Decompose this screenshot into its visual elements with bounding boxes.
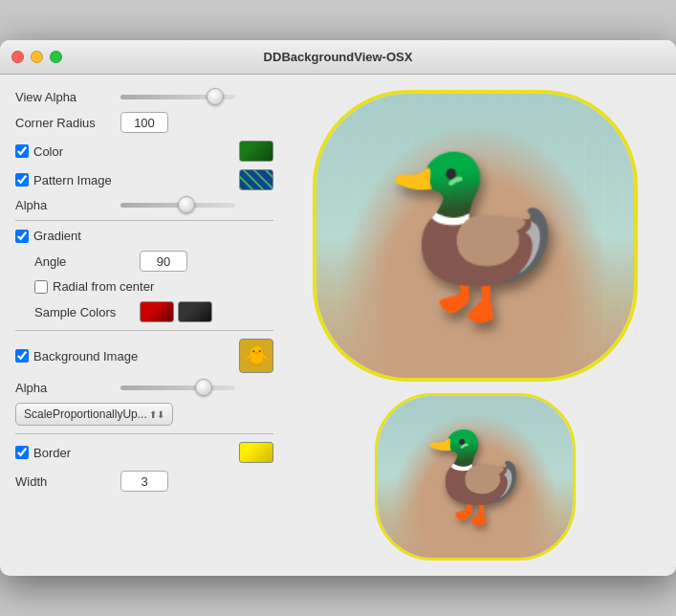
color-swatch[interactable]: [239, 141, 273, 162]
width-input[interactable]: 3: [120, 471, 168, 492]
scale-dropdown-value: ScaleProportionallyUp...: [24, 407, 147, 421]
gradient-row: Gradient: [15, 229, 273, 243]
scale-dropdown[interactable]: ScaleProportionallyUp... ⬆⬇: [15, 403, 173, 426]
corner-radius-row: Corner Radius 100: [15, 112, 273, 133]
angle-row: Angle 90: [34, 251, 273, 272]
color-row: Color: [15, 141, 273, 162]
main-content: View Alpha Corner Radius 100 Color Pa: [0, 75, 676, 576]
bg-alpha-row: Alpha: [15, 381, 273, 395]
close-button[interactable]: [11, 51, 24, 63]
gradient-checkbox[interactable]: [15, 230, 29, 243]
angle-input[interactable]: 90: [140, 251, 187, 272]
background-image-label: Background Image: [33, 349, 138, 363]
duck-large-icon: 🦆: [380, 146, 571, 326]
border-color-swatch[interactable]: [239, 442, 273, 463]
radial-label: Radial from center: [53, 279, 154, 294]
bg-alpha-thumb[interactable]: [195, 379, 212, 396]
controls-panel: View Alpha Corner Radius 100 Color Pa: [15, 90, 273, 561]
alpha-thumb[interactable]: [178, 196, 195, 213]
alpha-slider[interactable]: [120, 203, 235, 208]
traffic-lights: [11, 51, 62, 63]
view-alpha-label: View Alpha: [15, 90, 120, 104]
window-title: DDBackgroundView-OSX: [264, 50, 413, 64]
radial-row: Radial from center: [34, 279, 273, 294]
duck-small-icon: 🐥: [245, 344, 269, 367]
preview-large: 🦆: [313, 90, 638, 382]
sample-colors-row: Sample Colors: [34, 301, 273, 322]
bg-alpha-label: Alpha: [15, 381, 120, 395]
separator-1: [15, 220, 273, 221]
sample-colors-swatches: [140, 301, 212, 322]
sample-colors-label: Sample Colors: [34, 305, 140, 319]
pattern-image-checkbox[interactable]: [15, 173, 29, 187]
duck-scene-large: 🦆: [316, 94, 634, 378]
view-alpha-row: View Alpha: [15, 90, 273, 104]
background-image-row: Background Image 🐥: [15, 339, 273, 373]
minimize-button[interactable]: [31, 51, 43, 63]
background-image-checkbox[interactable]: [15, 349, 29, 363]
alpha-row: Alpha: [15, 198, 273, 212]
pattern-image-row: Pattern Image: [15, 169, 273, 190]
border-row: Border: [15, 442, 273, 463]
pattern-image-label: Pattern Image: [33, 173, 112, 187]
corner-radius-label: Corner Radius: [15, 116, 120, 130]
preview-small: 🦆: [375, 393, 576, 561]
color-checkbox[interactable]: [15, 144, 29, 158]
sample-color-1-swatch[interactable]: [140, 301, 174, 322]
scale-dropdown-row: ScaleProportionallyUp... ⬆⬇: [15, 403, 273, 426]
separator-3: [15, 433, 273, 434]
border-checkbox[interactable]: [15, 446, 29, 459]
border-label: Border: [33, 446, 71, 460]
radial-checkbox[interactable]: [34, 280, 48, 294]
duck-medium-icon: 🦆: [422, 427, 529, 527]
background-image-swatch[interactable]: 🐥: [239, 339, 273, 373]
main-window: DDBackgroundView-OSX View Alpha Corner R…: [0, 40, 676, 576]
color-label: Color: [33, 144, 63, 159]
chevron-down-icon: ⬆⬇: [149, 409, 164, 420]
gradient-label: Gradient: [33, 229, 81, 243]
maximize-button[interactable]: [50, 51, 62, 63]
sample-color-2-swatch[interactable]: [178, 301, 212, 322]
view-alpha-thumb[interactable]: [207, 88, 224, 105]
width-label: Width: [15, 474, 120, 489]
alpha-label: Alpha: [15, 198, 120, 212]
width-row: Width 3: [15, 471, 273, 492]
separator-2: [15, 330, 273, 331]
duck-scene-small: 🦆: [378, 396, 573, 558]
pattern-image-swatch[interactable]: [239, 169, 273, 190]
angle-label: Angle: [34, 254, 140, 269]
view-alpha-slider[interactable]: [120, 95, 235, 99]
corner-radius-input[interactable]: 100: [120, 112, 168, 133]
bg-alpha-slider[interactable]: [120, 385, 235, 390]
titlebar: DDBackgroundView-OSX: [0, 40, 676, 75]
preview-area: 🦆 🦆: [289, 90, 661, 561]
